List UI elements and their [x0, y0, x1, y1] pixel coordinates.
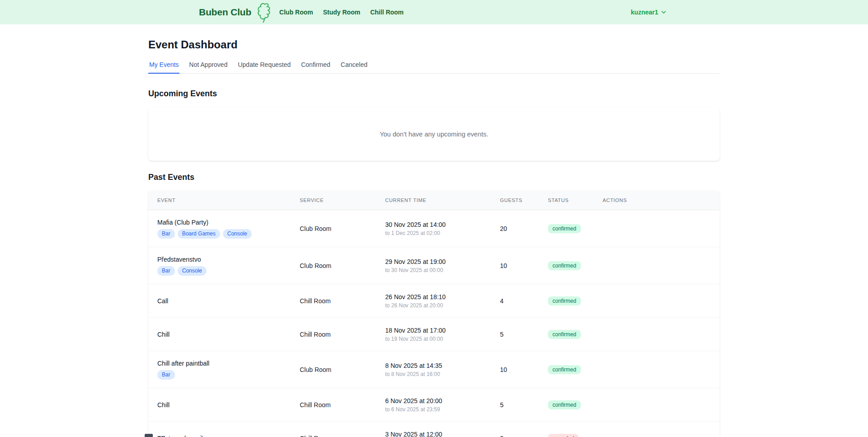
- column-header-service: Service: [291, 191, 376, 210]
- event-tag: Bar: [157, 266, 175, 276]
- event-service: Chill Room: [291, 388, 376, 422]
- event-time-end: to 30 Nov 2025 at 00:00: [385, 267, 484, 273]
- event-time-end: to 1 Dec 2025 at 02:00: [385, 230, 484, 236]
- upcoming-events-card: You don't have any upcoming events.: [148, 108, 720, 161]
- event-service: Chill Room: [291, 284, 376, 318]
- event-actions: [594, 422, 720, 437]
- tab-bar: My Events Not Approved Update Requested …: [148, 60, 720, 74]
- event-name: Mafia (Club Party): [157, 219, 283, 226]
- column-header-event: Event: [148, 191, 291, 210]
- status-badge: confirmed: [548, 224, 581, 233]
- event-actions: [594, 351, 720, 388]
- event-tags: BarConsole: [157, 266, 283, 276]
- status-badge: canceled: [548, 434, 579, 437]
- event-name: Představenstvo: [157, 256, 283, 263]
- event-actions: [594, 284, 720, 318]
- status-badge: confirmed: [548, 365, 581, 374]
- page-title: Event Dashboard: [148, 38, 720, 51]
- event-time-start: 6 Nov 2025 at 20:00: [385, 397, 484, 404]
- status-badge: confirmed: [548, 261, 581, 270]
- event-time-start: 18 Nov 2025 at 17:00: [385, 327, 484, 334]
- event-actions: [594, 247, 720, 284]
- app-header: Buben Club Club Room Study Room Chill Ro…: [0, 0, 868, 24]
- nav-chill-room[interactable]: Chill Room: [370, 9, 404, 16]
- column-header-actions: Actions: [594, 191, 720, 210]
- event-time-start: 29 Nov 2025 at 19:00: [385, 258, 484, 265]
- event-actions: [594, 318, 720, 351]
- tab-update-requested[interactable]: Update Requested: [237, 60, 292, 74]
- nav-study-room[interactable]: Study Room: [323, 9, 360, 16]
- buben-club-logo-icon: [256, 2, 273, 23]
- event-guests: 10: [491, 247, 539, 284]
- event-guests: 10: [491, 351, 539, 388]
- event-tag: Console: [178, 266, 207, 276]
- main-content: Event Dashboard My Events Not Approved U…: [148, 38, 720, 437]
- header-inner: Buben Club Club Room Study Room Chill Ro…: [199, 1, 669, 23]
- event-guests: 20: [491, 210, 539, 247]
- event-time-end: to 8 Nov 2025 at 16:00: [385, 371, 484, 377]
- event-tags: BarBoard GamesConsole: [157, 229, 283, 239]
- brand-link[interactable]: Buben Club: [199, 7, 251, 18]
- event-name: Chill: [157, 401, 283, 409]
- table-row[interactable]: Chill Chill Room 18 Nov 2025 at 17:00 to…: [148, 318, 720, 351]
- tab-not-approved[interactable]: Not Approved: [188, 60, 228, 74]
- event-time-end: to 6 Nov 2025 at 23:59: [385, 406, 484, 413]
- status-badge: confirmed: [548, 296, 581, 305]
- table-header-row: Event Service Current time Guests Status…: [148, 191, 720, 210]
- event-time-start: 30 Nov 2025 at 14:00: [385, 221, 484, 228]
- table-row[interactable]: Představenstvo BarConsole Club Room 29 N…: [148, 247, 720, 284]
- event-time-end: to 19 Nov 2025 at 00:00: [385, 336, 484, 342]
- event-time-start: 8 Nov 2025 at 14:35: [385, 362, 484, 369]
- event-tag: Bar: [157, 370, 175, 380]
- event-time-start: 26 Nov 2025 at 18:10: [385, 293, 484, 301]
- cutoff-element: [145, 434, 153, 437]
- main-nav: Club Room Study Room Chill Room: [279, 9, 404, 16]
- past-events-table: Event Service Current time Guests Status…: [148, 191, 720, 437]
- event-actions: [594, 210, 720, 247]
- past-events-table-card: Event Service Current time Guests Status…: [148, 191, 720, 437]
- upcoming-events-heading: Upcoming Events: [148, 88, 720, 99]
- event-name: Chill after paintball: [157, 360, 283, 367]
- chevron-down-icon: [661, 9, 666, 15]
- table-row[interactable]: Mafia (Club Party) BarBoard GamesConsole…: [148, 210, 720, 247]
- event-guests: 5: [491, 318, 539, 351]
- event-guests: 4: [491, 284, 539, 318]
- event-actions: [594, 388, 720, 422]
- username: kuznear1: [631, 9, 658, 16]
- event-guests: 5: [491, 388, 539, 422]
- column-header-status: Status: [539, 191, 594, 210]
- event-tag: Console: [223, 229, 252, 239]
- event-guests: 3: [491, 422, 539, 437]
- past-events-heading: Past Events: [148, 172, 720, 183]
- event-service: Club Room: [291, 210, 376, 247]
- event-tag: Bar: [157, 229, 175, 239]
- event-service: Club Room: [291, 247, 376, 284]
- nav-club-room[interactable]: Club Room: [279, 9, 313, 16]
- event-time-end: to 26 Nov 2025 at 20:00: [385, 302, 484, 309]
- column-header-guests: Guests: [491, 191, 539, 210]
- event-service: Chill Room: [291, 318, 376, 351]
- status-badge: confirmed: [548, 400, 581, 409]
- tab-my-events[interactable]: My Events: [148, 60, 179, 74]
- event-name: Call: [157, 297, 283, 305]
- event-service: Chill Room: [291, 422, 376, 437]
- table-row[interactable]: Chill after paintball Bar Club Room 8 No…: [148, 351, 720, 388]
- column-header-current-time: Current time: [376, 191, 491, 210]
- table-row[interactable]: Call Chill Room 26 Nov 2025 at 18:10 to …: [148, 284, 720, 318]
- event-service: Club Room: [291, 351, 376, 388]
- event-name: Chill: [157, 331, 283, 338]
- table-row[interactable]: Chill Chill Room 6 Nov 2025 at 20:00 to …: [148, 388, 720, 422]
- status-badge: confirmed: [548, 330, 581, 339]
- event-name: TEst send email: [157, 435, 283, 437]
- user-menu[interactable]: kuznear1: [628, 8, 669, 16]
- event-time-start: 3 Nov 2025 at 12:00: [385, 431, 484, 437]
- tab-canceled[interactable]: Canceled: [340, 60, 368, 74]
- event-tags: Bar: [157, 370, 283, 380]
- table-row[interactable]: TEst send email Chill Room 3 Nov 2025 at…: [148, 422, 720, 437]
- tab-confirmed[interactable]: Confirmed: [300, 60, 331, 74]
- empty-state-message: You don't have any upcoming events.: [380, 131, 488, 138]
- event-tag: Board Games: [178, 229, 220, 239]
